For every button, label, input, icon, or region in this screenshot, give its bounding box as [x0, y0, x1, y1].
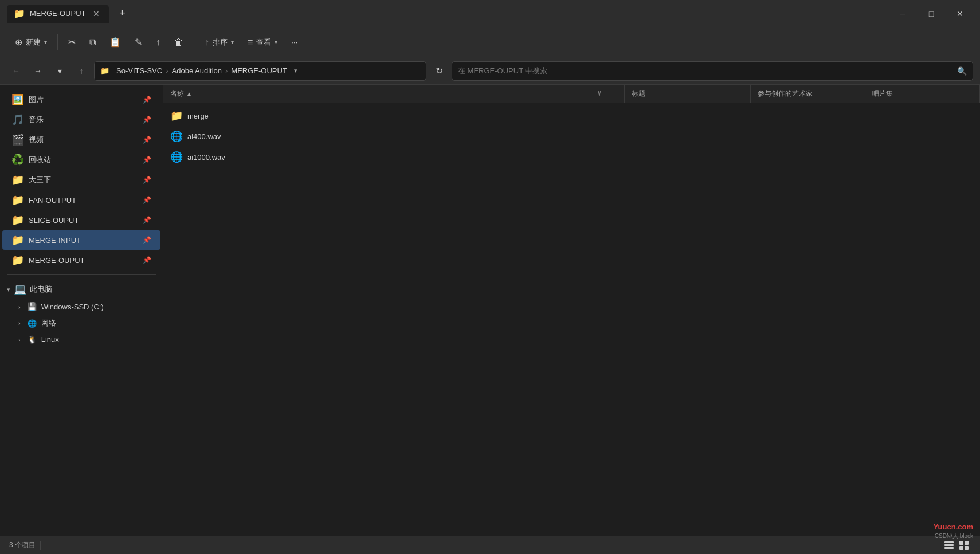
- forward-button[interactable]: →: [29, 62, 47, 80]
- sidebar-item-dasanxia[interactable]: 📁 大三下 📌: [2, 170, 160, 190]
- view-icons: [942, 539, 971, 552]
- sidebar-windows-ssd[interactable]: › 💾 Windows-SSD (C:): [0, 299, 163, 315]
- linux-expand-icon: ›: [18, 336, 21, 343]
- sidebar-item-merge-ouput[interactable]: 📁 MERGE-OUPUT 📌: [2, 250, 160, 270]
- more-button[interactable]: ···: [285, 34, 303, 50]
- title-tab[interactable]: 📁 MERGE-OUPUT ✕: [7, 5, 109, 23]
- main-layout: 🖼️ 图片 📌 🎵 音乐 📌 🎬 视频 📌 ♻️ 回收站 📌 📁 大三下 📌 📁: [0, 85, 980, 536]
- search-input[interactable]: [458, 66, 952, 75]
- detail-view-button[interactable]: [942, 539, 956, 552]
- delete-button[interactable]: 🗑: [168, 34, 189, 51]
- search-bar[interactable]: 🔍: [452, 61, 973, 81]
- sidebar-images-label: 图片: [29, 95, 44, 105]
- address-bar: ← → ▾ ↑ 📁 So-VITS-SVC › Adobe Audition ›…: [0, 57, 980, 85]
- file-name-ai1000: 🌐 ai1000.wav: [163, 151, 590, 163]
- grid-view-button[interactable]: [957, 539, 971, 552]
- paste-button[interactable]: 📋: [104, 33, 127, 51]
- this-pc-label: 此电脑: [30, 284, 52, 294]
- breadcrumb-part-2[interactable]: Adobe Audition: [172, 66, 222, 75]
- breadcrumb-bar[interactable]: 📁 So-VITS-SVC › Adobe Audition › MERGE-O…: [94, 61, 426, 81]
- slice-ouput-pin-icon: 📌: [143, 216, 151, 224]
- view-button[interactable]: ≡ 查看 ▾: [242, 34, 283, 51]
- file-pane: 名称 ▲ # 标题 参与创作的艺术家 唱片集 📁 merge: [163, 85, 980, 536]
- merge-ouput-pin-icon: 📌: [143, 256, 151, 264]
- breadcrumb-part-3[interactable]: MERGE-OUPUT: [231, 66, 287, 75]
- file-label-ai1000: ai1000.wav: [187, 153, 225, 162]
- breadcrumb-part-1[interactable]: So-VITS-SVC: [116, 66, 162, 75]
- wav-ai1000-icon: 🌐: [170, 151, 183, 163]
- view-chevron-icon: ▾: [275, 39, 277, 45]
- images-pin-icon: 📌: [143, 96, 151, 104]
- sidebar-network[interactable]: › 🌐 网络: [0, 315, 163, 332]
- file-row-ai400[interactable]: 🌐 ai400.wav: [163, 126, 980, 147]
- breadcrumb-dropdown-icon[interactable]: ▾: [294, 67, 297, 74]
- file-name-ai400: 🌐 ai400.wav: [163, 130, 590, 143]
- col-album-label: 唱片集: [872, 89, 893, 99]
- sidebar-item-images[interactable]: 🖼️ 图片 📌: [2, 90, 160, 109]
- rename-button[interactable]: ✎: [129, 33, 148, 51]
- svg-rect-4: [965, 541, 969, 545]
- sidebar-music-label: 音乐: [29, 115, 44, 125]
- svg-rect-5: [959, 546, 963, 550]
- sidebar-item-recycle[interactable]: ♻️ 回收站 📌: [2, 150, 160, 170]
- file-row-ai1000[interactable]: 🌐 ai1000.wav: [163, 147, 980, 167]
- music-pin-icon: 📌: [143, 116, 151, 124]
- recent-locations-button[interactable]: ▾: [50, 62, 69, 80]
- sort-icon: ↑: [205, 37, 209, 48]
- sidebar-item-music[interactable]: 🎵 音乐 📌: [2, 110, 160, 129]
- tab-title: MERGE-OUPUT: [30, 9, 86, 18]
- file-row-merge[interactable]: 📁 merge: [163, 105, 980, 126]
- share-button[interactable]: ↑: [150, 34, 166, 51]
- ssd-icon: 💾: [28, 302, 37, 311]
- sidebar-recycle-label: 回收站: [29, 155, 51, 165]
- video-icon: 🎬: [11, 133, 24, 146]
- watermark-site: Yuucn.com: [934, 522, 973, 531]
- col-header-album[interactable]: 唱片集: [865, 85, 980, 103]
- network-icon: 🌐: [28, 319, 37, 328]
- dasanxia-pin-icon: 📌: [143, 176, 151, 184]
- toolbar: ⊕ 新建 ▾ ✂ ⧉ 📋 ✎ ↑ 🗑 ↑ 排序 ▾ ≡ 查看 ▾ ···: [0, 27, 980, 57]
- tab-close-button[interactable]: ✕: [91, 8, 102, 19]
- minimize-button[interactable]: ─: [889, 5, 916, 23]
- delete-icon: 🗑: [174, 37, 183, 48]
- rename-icon: ✎: [135, 37, 142, 48]
- ssd-expand-icon: ›: [18, 304, 21, 311]
- col-num-label: #: [597, 90, 601, 98]
- new-button[interactable]: ⊕ 新建 ▾: [9, 33, 53, 51]
- network-expand-icon: ›: [18, 320, 21, 327]
- col-header-artist[interactable]: 参与创作的艺术家: [751, 85, 865, 103]
- cut-icon: ✂: [68, 37, 76, 48]
- col-header-num[interactable]: #: [590, 85, 625, 103]
- up-button[interactable]: ↑: [72, 62, 91, 80]
- svg-rect-2: [944, 547, 954, 549]
- breadcrumb-arrow-2: ›: [225, 66, 228, 75]
- video-pin-icon: 📌: [143, 136, 151, 144]
- close-button[interactable]: ✕: [947, 5, 973, 23]
- maximize-button[interactable]: □: [918, 5, 944, 23]
- new-tab-button[interactable]: +: [113, 5, 132, 23]
- view-icon: ≡: [248, 37, 253, 48]
- sidebar-slice-ouput-label: SLICE-OUPUT: [29, 216, 79, 225]
- sidebar-item-slice-ouput[interactable]: 📁 SLICE-OUPUT 📌: [2, 210, 160, 230]
- back-button[interactable]: ←: [7, 62, 25, 80]
- sidebar-merge-input-label: MERGE-INPUT: [29, 236, 81, 245]
- refresh-button[interactable]: ↻: [430, 62, 448, 80]
- file-label-ai400: ai400.wav: [187, 132, 221, 141]
- col-header-title[interactable]: 标题: [625, 85, 751, 103]
- sort-button[interactable]: ↑ 排序 ▾: [199, 34, 240, 51]
- sidebar-this-pc[interactable]: ▾ 💻 此电脑: [0, 280, 163, 299]
- new-icon: ⊕: [15, 37, 22, 48]
- sidebar-linux[interactable]: › 🐧 Linux: [0, 332, 163, 347]
- sidebar-item-video[interactable]: 🎬 视频 📌: [2, 130, 160, 150]
- status-count: 3 个项目: [9, 540, 36, 550]
- sidebar-item-fan-output[interactable]: 📁 FAN-OUTPUT 📌: [2, 190, 160, 210]
- copy-button[interactable]: ⧉: [84, 34, 101, 51]
- cut-button[interactable]: ✂: [62, 33, 81, 51]
- sidebar-dasanxia-label: 大三下: [29, 175, 51, 185]
- col-header-name[interactable]: 名称 ▲: [163, 85, 590, 103]
- status-bar: 3 个项目: [0, 536, 980, 554]
- sidebar-item-merge-input[interactable]: 📁 MERGE-INPUT 📌: [2, 230, 160, 250]
- svg-rect-6: [965, 546, 969, 550]
- share-icon: ↑: [156, 37, 160, 48]
- merge-input-icon: 📁: [11, 234, 24, 246]
